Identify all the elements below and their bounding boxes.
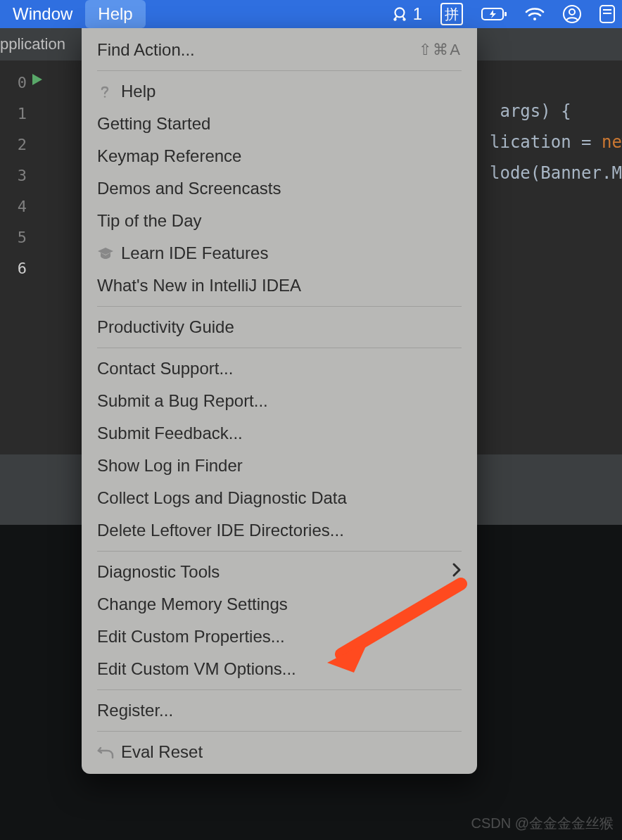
menu-submit-feedback[interactable]: Submit Feedback... xyxy=(82,417,477,450)
menu-shortcut: ⇧⌘A xyxy=(419,41,462,59)
menu-window[interactable]: Window xyxy=(0,0,85,28)
editor-tab-text: pplication xyxy=(0,35,65,53)
menu-label: Submit Feedback... xyxy=(97,424,462,443)
menu-help[interactable]: Help xyxy=(82,75,477,108)
undo-icon xyxy=(97,745,121,759)
menu-window-label: Window xyxy=(13,4,72,24)
line-number: 1 xyxy=(18,98,27,129)
chevron-right-icon xyxy=(452,562,462,582)
code-l2a: lication = xyxy=(490,132,602,152)
menu-label: Register... xyxy=(97,701,462,720)
menu-label: Getting Started xyxy=(97,114,462,134)
mac-menubar: Window Help 1 拼 xyxy=(0,0,622,28)
menu-delete-leftover-dirs[interactable]: Delete Leftover IDE Directories... xyxy=(82,514,477,547)
menu-keymap-reference[interactable]: Keymap Reference xyxy=(82,140,477,172)
menu-getting-started[interactable]: Getting Started xyxy=(82,108,477,140)
code-with-me-icon[interactable]: 1 xyxy=(391,4,422,24)
code-with-me-count: 1 xyxy=(413,4,422,24)
code-l1: args) { xyxy=(490,101,571,121)
menu-diagnostic-tools[interactable]: Diagnostic Tools xyxy=(82,556,477,588)
menu-separator xyxy=(97,306,462,307)
line-number: 3 xyxy=(18,160,27,191)
line-number: 0 xyxy=(18,68,27,98)
gutter-run-icon[interactable] xyxy=(31,70,44,90)
menu-label: Change Memory Settings xyxy=(97,594,462,614)
code-content[interactable]: args) { lication = new lode(Banner.Mo xyxy=(490,65,622,219)
menu-separator xyxy=(97,689,462,690)
line-number: 4 xyxy=(18,191,27,222)
menu-label: Diagnostic Tools xyxy=(97,562,452,582)
menu-label: Edit Custom Properties... xyxy=(97,627,462,647)
keyword-new: new xyxy=(602,132,622,152)
menu-separator xyxy=(97,551,462,552)
svg-rect-4 xyxy=(504,12,507,16)
menu-change-memory-settings[interactable]: Change Memory Settings xyxy=(82,588,477,621)
menu-label: Show Log in Finder xyxy=(97,456,462,476)
menu-register[interactable]: Register... xyxy=(82,694,477,727)
menu-label: Demos and Screencasts xyxy=(97,179,462,198)
line-number: 2 xyxy=(18,129,27,160)
menu-label: Find Action... xyxy=(97,40,419,60)
menu-tip-of-the-day[interactable]: Tip of the Day xyxy=(82,205,477,237)
menu-collect-logs[interactable]: Collect Logs and Diagnostic Data xyxy=(82,482,477,514)
menu-label: Help xyxy=(121,82,462,101)
menu-label: Submit a Bug Report... xyxy=(97,391,462,411)
menu-productivity-guide[interactable]: Productivity Guide xyxy=(82,311,477,343)
menu-label: Eval Reset xyxy=(121,742,462,762)
menubar-left: Window Help xyxy=(0,0,146,28)
ime-label: 拼 xyxy=(445,7,459,21)
menu-show-log-in-finder[interactable]: Show Log in Finder xyxy=(82,450,477,482)
svg-point-0 xyxy=(395,8,404,17)
menu-help-label: Help xyxy=(98,4,132,24)
menu-edit-custom-vm-options[interactable]: Edit Custom VM Options... xyxy=(82,653,477,685)
ime-pinyin-icon[interactable]: 拼 xyxy=(440,3,463,25)
menubar-status: 1 拼 xyxy=(391,0,622,28)
gutter: 0 1 2 3 4 5 6 xyxy=(0,61,27,284)
question-icon xyxy=(97,84,121,99)
menu-label: Productivity Guide xyxy=(97,317,462,337)
battery-icon[interactable] xyxy=(481,7,507,21)
menu-edit-custom-properties[interactable]: Edit Custom Properties... xyxy=(82,621,477,653)
menu-label: Learn IDE Features xyxy=(121,243,462,263)
menu-find-action[interactable]: Find Action... ⇧⌘A xyxy=(82,34,477,66)
svg-point-5 xyxy=(533,18,536,20)
menu-label: Edit Custom VM Options... xyxy=(97,659,462,679)
menu-label: Delete Leftover IDE Directories... xyxy=(97,521,462,540)
graduation-cap-icon xyxy=(97,247,121,260)
user-icon[interactable] xyxy=(563,5,581,23)
menu-separator xyxy=(97,70,462,71)
menu-separator xyxy=(97,348,462,348)
menu-label: Keymap Reference xyxy=(97,146,462,166)
menu-whats-new[interactable]: What's New in IntelliJ IDEA xyxy=(82,269,477,302)
menu-help[interactable]: Help xyxy=(85,0,145,28)
menu-eval-reset[interactable]: Eval Reset xyxy=(82,736,477,768)
wifi-icon[interactable] xyxy=(525,6,545,22)
menu-contact-support[interactable]: Contact Support... xyxy=(82,352,477,385)
watermark-text: CSDN @金金金金丝猴 xyxy=(471,814,614,833)
menu-separator xyxy=(97,731,462,732)
menu-label: Collect Logs and Diagnostic Data xyxy=(97,488,462,508)
code-l3: lode(Banner.Mo xyxy=(490,163,622,183)
svg-point-11 xyxy=(104,96,106,98)
menu-demos-screencasts[interactable]: Demos and Screencasts xyxy=(82,172,477,205)
line-number: 6 xyxy=(18,253,27,284)
menu-learn-ide-features[interactable]: Learn IDE Features xyxy=(82,237,477,269)
control-center-icon[interactable] xyxy=(599,5,615,23)
help-menu-dropdown: Find Action... ⇧⌘A Help Getting Started … xyxy=(82,28,477,774)
menu-label: What's New in IntelliJ IDEA xyxy=(97,276,462,295)
menu-submit-bug-report[interactable]: Submit a Bug Report... xyxy=(82,385,477,417)
menu-label: Contact Support... xyxy=(97,359,462,378)
line-number: 5 xyxy=(18,222,27,253)
menu-label: Tip of the Day xyxy=(97,211,462,231)
svg-point-7 xyxy=(569,9,575,15)
